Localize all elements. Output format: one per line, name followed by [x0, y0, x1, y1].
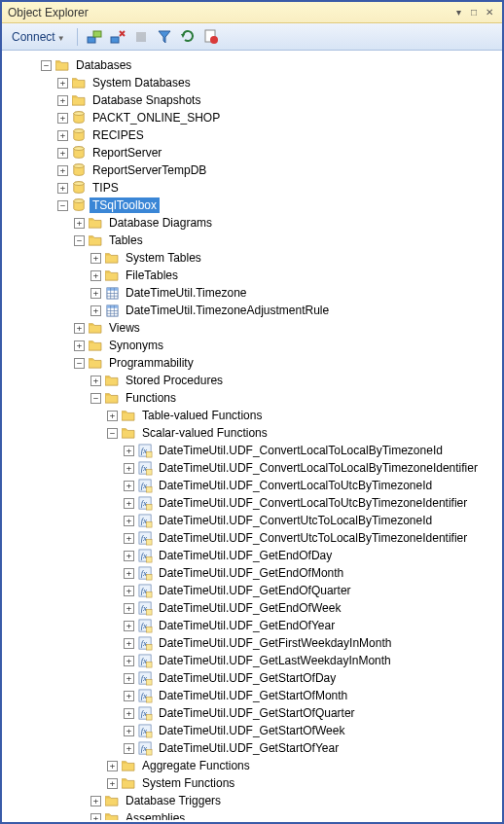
connect-object-icon[interactable]: [86, 28, 103, 46]
expand-icon[interactable]: +: [74, 323, 85, 334]
expand-icon[interactable]: +: [124, 743, 134, 754]
tree-node-label[interactable]: PACKT_ONLINE_SHOP: [90, 110, 223, 125]
tree-node-label[interactable]: DateTimeUtil.TimezoneAdjustmentRule: [123, 303, 332, 318]
tree-node-snaps[interactable]: +Database Snapshots: [4, 91, 500, 109]
tree-node-rstemp[interactable]: +ReportServerTempDB: [4, 161, 500, 179]
expand-icon[interactable]: +: [107, 761, 118, 771]
tree-node-label[interactable]: DateTimeUtil.UDF_ConvertLocalToUtcByTime…: [156, 495, 470, 511]
expand-icon[interactable]: +: [90, 305, 101, 316]
tree-node-label[interactable]: DateTimeUtil.UDF_GetStartOfWeek: [156, 723, 347, 738]
tree-node-tzrule[interactable]: +DateTimeUtil.TimezoneAdjustmentRule: [4, 302, 500, 319]
tree-node-f2[interactable]: +DateTimeUtil.UDF_ConvertLocalToLocalByT…: [4, 459, 500, 477]
tree-node-f15[interactable]: +DateTimeUtil.UDF_GetStartOfMonth: [4, 687, 500, 704]
collapse-icon[interactable]: −: [74, 235, 85, 246]
tree-node-sp[interactable]: +Stored Procedures: [4, 372, 500, 389]
expand-icon[interactable]: +: [57, 130, 68, 141]
collapse-icon[interactable]: −: [74, 358, 85, 369]
tree-node-f5[interactable]: +DateTimeUtil.UDF_ConvertUtcToLocalByTim…: [4, 512, 500, 529]
expand-icon[interactable]: +: [57, 95, 68, 106]
tree-node-fn[interactable]: −Functions: [4, 389, 500, 407]
tree-node-label[interactable]: Database Snapshots: [90, 92, 203, 108]
disconnect-icon[interactable]: [109, 28, 126, 46]
expand-icon[interactable]: +: [124, 586, 134, 596]
tree-node-rs[interactable]: +ReportServer: [4, 144, 500, 161]
expand-icon[interactable]: +: [57, 148, 68, 159]
expand-icon[interactable]: +: [124, 568, 134, 579]
tree-node-label[interactable]: Views: [106, 320, 143, 336]
expand-icon[interactable]: +: [74, 340, 85, 351]
tree-node-tz[interactable]: +DateTimeUtil.Timezone: [4, 284, 500, 302]
expand-icon[interactable]: +: [90, 288, 101, 299]
tree-node-tsql[interactable]: −TSqlToolbox: [4, 197, 500, 214]
tree-node-syn[interactable]: +Synonyms: [4, 337, 500, 354]
tree-node-diag[interactable]: +Database Diagrams: [4, 214, 500, 232]
tree-node-label[interactable]: Database Diagrams: [106, 215, 215, 231]
tree-node-label[interactable]: ReportServer: [90, 145, 164, 161]
expand-icon[interactable]: +: [124, 498, 134, 509]
tree-node-filetables[interactable]: +FileTables: [4, 267, 500, 284]
close-icon[interactable]: ✕: [483, 6, 496, 19]
tree-node-f6[interactable]: +DateTimeUtil.UDF_ConvertUtcToLocalByTim…: [4, 529, 500, 547]
tree-node-label[interactable]: Scalar-valued Functions: [139, 425, 270, 441]
expand-icon[interactable]: +: [124, 726, 134, 736]
expand-icon[interactable]: +: [74, 218, 85, 229]
tree-node-f1[interactable]: +DateTimeUtil.UDF_ConvertLocalToLocalByT…: [4, 442, 500, 459]
expand-icon[interactable]: +: [124, 516, 134, 526]
expand-icon[interactable]: +: [124, 656, 134, 666]
collapse-icon[interactable]: −: [57, 200, 68, 211]
maximize-icon[interactable]: □: [467, 6, 481, 19]
tree-node-asm[interactable]: +Assemblies: [4, 809, 500, 820]
tree-node-label[interactable]: DateTimeUtil.Timezone: [123, 285, 249, 301]
tree-node-label[interactable]: Functions: [123, 390, 179, 406]
tree-node-label[interactable]: ReportServerTempDB: [90, 162, 209, 178]
tree-node-label[interactable]: Aggregate Functions: [139, 758, 253, 773]
tree-view[interactable]: −Databases+System Databases+Database Sna…: [4, 53, 500, 820]
tree-node-label[interactable]: Synonyms: [106, 338, 166, 353]
expand-icon[interactable]: +: [57, 113, 68, 124]
tree-node-f3[interactable]: +DateTimeUtil.UDF_ConvertLocalToUtcByTim…: [4, 477, 500, 494]
tree-node-label[interactable]: DateTimeUtil.UDF_GetEndOfDay: [156, 548, 335, 563]
tree-node-f11[interactable]: +DateTimeUtil.UDF_GetEndOfYear: [4, 617, 500, 634]
tree-node-f13[interactable]: +DateTimeUtil.UDF_GetLastWeekdayInMonth: [4, 652, 500, 669]
refresh-icon[interactable]: [179, 28, 197, 46]
tree-node-label[interactable]: RECIPES: [90, 127, 147, 143]
tree-node-f17[interactable]: +DateTimeUtil.UDF_GetStartOfWeek: [4, 722, 500, 739]
filter-icon[interactable]: [156, 28, 173, 46]
tree-node-label[interactable]: Programmability: [106, 355, 197, 371]
expand-icon[interactable]: +: [124, 603, 134, 614]
tree-node-label[interactable]: System Functions: [139, 775, 237, 791]
expand-icon[interactable]: +: [124, 708, 134, 719]
tree-node-tables[interactable]: −Tables: [4, 232, 500, 249]
expand-icon[interactable]: +: [124, 638, 134, 649]
expand-icon[interactable]: +: [124, 673, 134, 684]
tree-node-f10[interactable]: +DateTimeUtil.UDF_GetEndOfWeek: [4, 599, 500, 617]
tree-node-sysfn[interactable]: +System Functions: [4, 774, 500, 792]
tree-node-label[interactable]: Tables: [106, 233, 146, 248]
tree-node-tips[interactable]: +TIPS: [4, 179, 500, 197]
tree-node-label[interactable]: DateTimeUtil.UDF_GetEndOfWeek: [156, 600, 343, 616]
tree-node-f9[interactable]: +DateTimeUtil.UDF_GetEndOfQuarter: [4, 582, 500, 599]
tree-node-packt[interactable]: +PACKT_ONLINE_SHOP: [4, 109, 500, 126]
tree-node-label[interactable]: DateTimeUtil.UDF_GetStartOfQuarter: [156, 705, 358, 721]
tree-node-systables[interactable]: +System Tables: [4, 249, 500, 267]
tree-node-label[interactable]: Table-valued Functions: [139, 408, 265, 423]
expand-icon[interactable]: +: [124, 446, 134, 456]
tree-node-svf[interactable]: −Scalar-valued Functions: [4, 424, 500, 442]
expand-icon[interactable]: +: [57, 78, 68, 89]
tree-node-databases[interactable]: −Databases: [4, 56, 500, 74]
tree-node-label[interactable]: TIPS: [90, 180, 122, 196]
expand-icon[interactable]: +: [124, 691, 134, 701]
tree-node-tvf[interactable]: +Table-valued Functions: [4, 407, 500, 424]
tree-node-label[interactable]: DateTimeUtil.UDF_GetEndOfYear: [156, 618, 338, 633]
tree-node-f4[interactable]: +DateTimeUtil.UDF_ConvertLocalToUtcByTim…: [4, 494, 500, 512]
tree-node-f12[interactable]: +DateTimeUtil.UDF_GetFirstWeekdayInMonth: [4, 634, 500, 652]
tree-node-label[interactable]: DateTimeUtil.UDF_ConvertUtcToLocalByTime…: [156, 513, 435, 528]
tree-node-label[interactable]: Assemblies: [123, 810, 188, 820]
tree-node-f18[interactable]: +DateTimeUtil.UDF_GetStartOfYear: [4, 739, 500, 757]
tree-node-prog[interactable]: −Programmability: [4, 354, 500, 372]
expand-icon[interactable]: +: [57, 165, 68, 176]
connect-button[interactable]: Connect▼: [8, 28, 69, 46]
expand-icon[interactable]: +: [90, 813, 101, 821]
collapse-icon[interactable]: −: [41, 60, 52, 71]
tree-node-dbtrig[interactable]: +Database Triggers: [4, 792, 500, 809]
